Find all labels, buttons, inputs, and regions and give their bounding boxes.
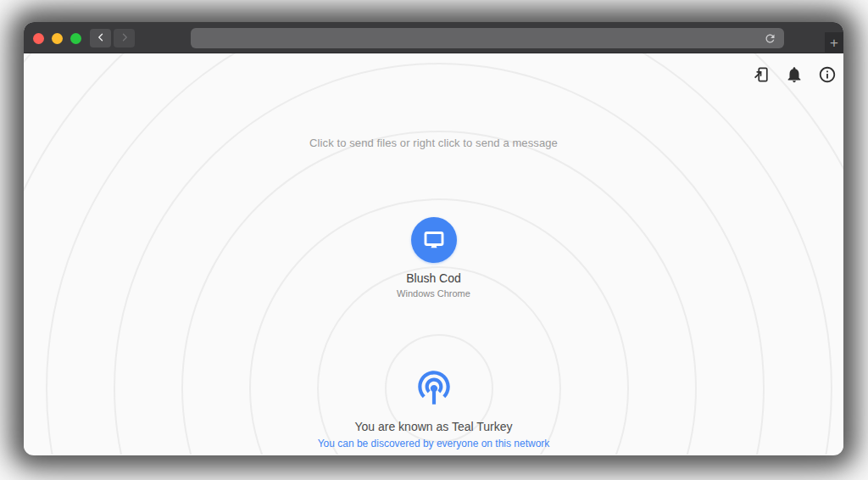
discovery-status-text: You can be discovered by everyone on thi… <box>318 438 550 449</box>
forward-button[interactable] <box>114 29 135 47</box>
close-window-button[interactable] <box>33 33 44 44</box>
info-icon <box>818 65 837 84</box>
install-app-button[interactable] <box>751 64 771 85</box>
peer-name: Blush Cod <box>406 271 461 285</box>
browser-titlebar: + <box>24 22 843 53</box>
address-bar[interactable] <box>191 28 784 48</box>
wifi-tethering-icon <box>413 366 455 408</box>
page-header-actions <box>751 64 837 85</box>
minimize-window-button[interactable] <box>52 33 63 44</box>
refresh-button[interactable] <box>763 31 777 46</box>
notifications-bell-button[interactable] <box>784 64 804 85</box>
chevron-left-icon <box>96 31 106 46</box>
peer-device-label: Windows Chrome <box>397 288 470 299</box>
desktop-display-icon <box>421 227 447 253</box>
page-content: Click to send files or right click to se… <box>24 53 843 455</box>
info-button[interactable] <box>817 64 837 85</box>
display-name-text: You are known as Teal Turkey <box>354 420 512 433</box>
back-button[interactable] <box>90 29 111 47</box>
identity-footer: You are known as Teal Turkey You can be … <box>24 366 843 449</box>
instructions-text: Click to send files or right click to se… <box>24 137 843 149</box>
notifications-bell-icon <box>785 65 804 84</box>
peer-avatar[interactable] <box>411 217 457 263</box>
traffic-lights <box>33 33 81 44</box>
browser-window: + <box>24 22 843 455</box>
peer-blush-cod[interactable]: Blush Cod Windows Chrome <box>24 217 843 299</box>
install-app-icon <box>752 65 771 84</box>
chevron-right-icon <box>120 31 130 46</box>
new-tab-button[interactable]: + <box>825 32 843 53</box>
zoom-window-button[interactable] <box>70 33 81 44</box>
